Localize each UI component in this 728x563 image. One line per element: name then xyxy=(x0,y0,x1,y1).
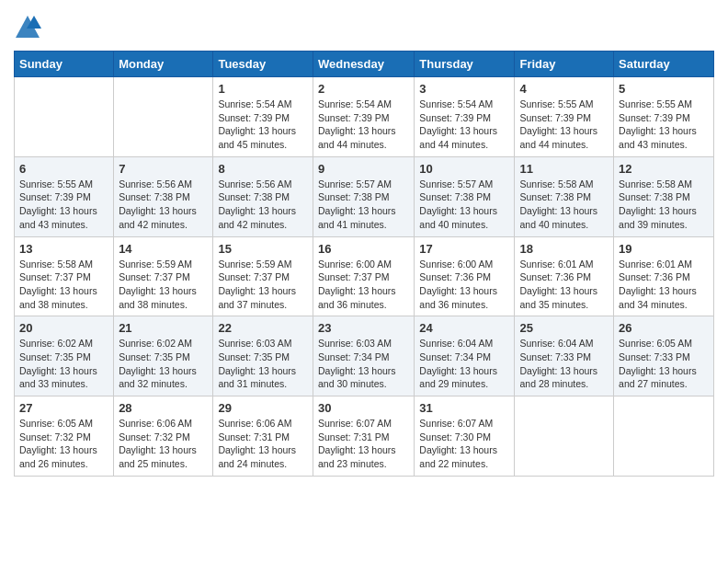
calendar-cell xyxy=(515,396,614,477)
weekday-header-monday: Monday xyxy=(114,52,213,77)
day-number: 28 xyxy=(119,401,208,415)
calendar-week-5: 27Sunrise: 6:05 AMSunset: 7:32 PMDayligh… xyxy=(15,396,714,477)
weekday-header-tuesday: Tuesday xyxy=(213,52,313,77)
calendar-cell: 23Sunrise: 6:03 AMSunset: 7:34 PMDayligh… xyxy=(313,316,414,396)
day-number: 29 xyxy=(218,401,308,415)
day-number: 11 xyxy=(519,162,609,176)
day-number: 10 xyxy=(419,162,509,176)
calendar-cell: 28Sunrise: 6:06 AMSunset: 7:32 PMDayligh… xyxy=(114,396,213,477)
day-info: Sunrise: 6:04 AMSunset: 7:34 PMDaylight:… xyxy=(419,337,509,391)
day-number: 16 xyxy=(318,242,409,256)
calendar-cell: 31Sunrise: 6:07 AMSunset: 7:30 PMDayligh… xyxy=(415,396,515,477)
day-number: 30 xyxy=(318,401,409,415)
calendar-cell: 29Sunrise: 6:06 AMSunset: 7:31 PMDayligh… xyxy=(213,396,313,477)
calendar-cell: 11Sunrise: 5:58 AMSunset: 7:38 PMDayligh… xyxy=(515,156,614,236)
calendar-cell: 19Sunrise: 6:01 AMSunset: 7:36 PMDayligh… xyxy=(614,236,714,316)
day-info: Sunrise: 5:55 AMSunset: 7:39 PMDaylight:… xyxy=(519,98,609,152)
day-number: 20 xyxy=(19,321,108,335)
day-number: 2 xyxy=(318,82,409,96)
calendar-cell: 9Sunrise: 5:57 AMSunset: 7:38 PMDaylight… xyxy=(313,156,414,236)
logo-icon xyxy=(14,14,41,41)
day-info: Sunrise: 5:55 AMSunset: 7:39 PMDaylight:… xyxy=(619,98,709,152)
day-number: 14 xyxy=(119,242,208,256)
calendar-cell: 12Sunrise: 5:58 AMSunset: 7:38 PMDayligh… xyxy=(614,156,714,236)
calendar-cell: 20Sunrise: 6:02 AMSunset: 7:35 PMDayligh… xyxy=(15,316,114,396)
day-info: Sunrise: 5:54 AMSunset: 7:39 PMDaylight:… xyxy=(218,98,308,152)
day-info: Sunrise: 5:57 AMSunset: 7:38 PMDaylight:… xyxy=(419,178,509,232)
day-number: 24 xyxy=(419,321,509,335)
calendar-week-1: 1Sunrise: 5:54 AMSunset: 7:39 PMDaylight… xyxy=(15,77,714,157)
day-number: 3 xyxy=(419,82,509,96)
day-info: Sunrise: 5:58 AMSunset: 7:38 PMDaylight:… xyxy=(619,178,709,232)
day-number: 25 xyxy=(519,321,609,335)
day-number: 21 xyxy=(119,321,208,335)
calendar-cell: 8Sunrise: 5:56 AMSunset: 7:38 PMDaylight… xyxy=(213,156,313,236)
day-number: 12 xyxy=(619,162,709,176)
day-info: Sunrise: 5:55 AMSunset: 7:39 PMDaylight:… xyxy=(19,178,108,232)
calendar-cell xyxy=(114,77,213,157)
weekday-header-wednesday: Wednesday xyxy=(313,52,414,77)
day-number: 7 xyxy=(119,162,208,176)
calendar-week-4: 20Sunrise: 6:02 AMSunset: 7:35 PMDayligh… xyxy=(15,316,714,396)
day-info: Sunrise: 5:56 AMSunset: 7:38 PMDaylight:… xyxy=(119,178,208,232)
calendar-cell: 30Sunrise: 6:07 AMSunset: 7:31 PMDayligh… xyxy=(313,396,414,477)
day-info: Sunrise: 5:58 AMSunset: 7:37 PMDaylight:… xyxy=(19,258,108,312)
day-info: Sunrise: 5:58 AMSunset: 7:38 PMDaylight:… xyxy=(519,178,609,232)
logo xyxy=(14,14,45,41)
weekday-header-sunday: Sunday xyxy=(15,52,114,77)
day-number: 27 xyxy=(19,401,108,415)
calendar-cell: 5Sunrise: 5:55 AMSunset: 7:39 PMDaylight… xyxy=(614,77,714,157)
calendar-table: SundayMondayTuesdayWednesdayThursdayFrid… xyxy=(14,51,714,477)
day-number: 18 xyxy=(519,242,609,256)
day-number: 19 xyxy=(619,242,709,256)
day-info: Sunrise: 6:02 AMSunset: 7:35 PMDaylight:… xyxy=(119,337,208,391)
day-info: Sunrise: 5:59 AMSunset: 7:37 PMDaylight:… xyxy=(119,258,208,312)
calendar-cell xyxy=(15,77,114,157)
calendar-cell: 13Sunrise: 5:58 AMSunset: 7:37 PMDayligh… xyxy=(15,236,114,316)
day-info: Sunrise: 5:56 AMSunset: 7:38 PMDaylight:… xyxy=(218,178,308,232)
weekday-header-friday: Friday xyxy=(515,52,614,77)
calendar-week-2: 6Sunrise: 5:55 AMSunset: 7:39 PMDaylight… xyxy=(15,156,714,236)
day-info: Sunrise: 6:05 AMSunset: 7:33 PMDaylight:… xyxy=(619,337,709,391)
calendar-cell: 15Sunrise: 5:59 AMSunset: 7:37 PMDayligh… xyxy=(213,236,313,316)
calendar-cell: 22Sunrise: 6:03 AMSunset: 7:35 PMDayligh… xyxy=(213,316,313,396)
calendar-cell: 26Sunrise: 6:05 AMSunset: 7:33 PMDayligh… xyxy=(614,316,714,396)
day-number: 22 xyxy=(218,321,308,335)
day-number: 6 xyxy=(19,162,108,176)
day-info: Sunrise: 6:03 AMSunset: 7:34 PMDaylight:… xyxy=(318,337,409,391)
day-info: Sunrise: 6:00 AMSunset: 7:36 PMDaylight:… xyxy=(419,258,509,312)
day-number: 13 xyxy=(19,242,108,256)
day-info: Sunrise: 6:07 AMSunset: 7:31 PMDaylight:… xyxy=(318,417,409,471)
calendar-cell: 24Sunrise: 6:04 AMSunset: 7:34 PMDayligh… xyxy=(415,316,515,396)
day-number: 26 xyxy=(619,321,709,335)
weekday-header-thursday: Thursday xyxy=(415,52,515,77)
day-info: Sunrise: 5:54 AMSunset: 7:39 PMDaylight:… xyxy=(419,98,509,152)
calendar-cell: 7Sunrise: 5:56 AMSunset: 7:38 PMDaylight… xyxy=(114,156,213,236)
weekday-header-saturday: Saturday xyxy=(614,52,714,77)
calendar-cell: 2Sunrise: 5:54 AMSunset: 7:39 PMDaylight… xyxy=(313,77,414,157)
day-info: Sunrise: 6:01 AMSunset: 7:36 PMDaylight:… xyxy=(519,258,609,312)
calendar-cell: 3Sunrise: 5:54 AMSunset: 7:39 PMDaylight… xyxy=(415,77,515,157)
day-number: 1 xyxy=(218,82,308,96)
calendar-cell: 16Sunrise: 6:00 AMSunset: 7:37 PMDayligh… xyxy=(313,236,414,316)
day-info: Sunrise: 6:06 AMSunset: 7:31 PMDaylight:… xyxy=(218,417,308,471)
calendar-cell: 4Sunrise: 5:55 AMSunset: 7:39 PMDaylight… xyxy=(515,77,614,157)
calendar-cell: 6Sunrise: 5:55 AMSunset: 7:39 PMDaylight… xyxy=(15,156,114,236)
day-info: Sunrise: 6:01 AMSunset: 7:36 PMDaylight:… xyxy=(619,258,709,312)
day-info: Sunrise: 6:04 AMSunset: 7:33 PMDaylight:… xyxy=(519,337,609,391)
weekday-header-row: SundayMondayTuesdayWednesdayThursdayFrid… xyxy=(15,52,714,77)
day-number: 9 xyxy=(318,162,409,176)
calendar-cell: 21Sunrise: 6:02 AMSunset: 7:35 PMDayligh… xyxy=(114,316,213,396)
calendar-cell: 27Sunrise: 6:05 AMSunset: 7:32 PMDayligh… xyxy=(15,396,114,477)
day-number: 8 xyxy=(218,162,308,176)
day-info: Sunrise: 6:02 AMSunset: 7:35 PMDaylight:… xyxy=(19,337,108,391)
page-header xyxy=(14,14,714,41)
calendar-week-3: 13Sunrise: 5:58 AMSunset: 7:37 PMDayligh… xyxy=(15,236,714,316)
day-info: Sunrise: 6:06 AMSunset: 7:32 PMDaylight:… xyxy=(119,417,208,471)
calendar-cell: 25Sunrise: 6:04 AMSunset: 7:33 PMDayligh… xyxy=(515,316,614,396)
day-number: 15 xyxy=(218,242,308,256)
day-number: 4 xyxy=(519,82,609,96)
day-info: Sunrise: 6:05 AMSunset: 7:32 PMDaylight:… xyxy=(19,417,108,471)
day-info: Sunrise: 6:07 AMSunset: 7:30 PMDaylight:… xyxy=(419,417,509,471)
day-info: Sunrise: 6:03 AMSunset: 7:35 PMDaylight:… xyxy=(218,337,308,391)
